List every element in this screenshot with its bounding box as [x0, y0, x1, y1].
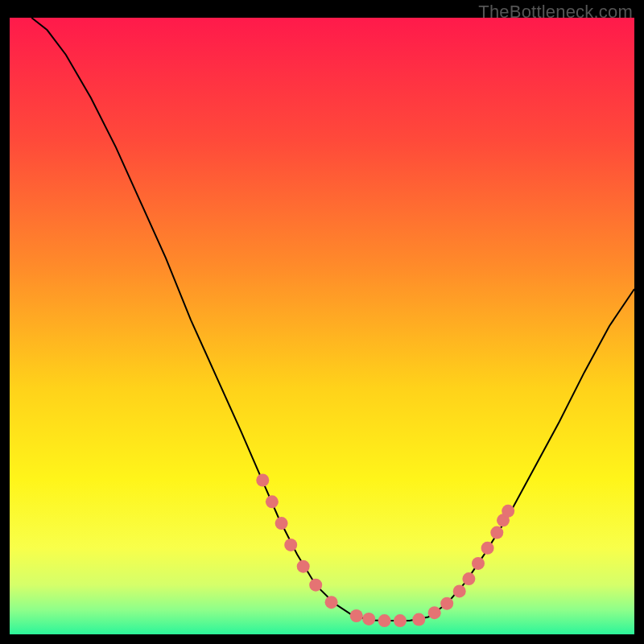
marker-dot [440, 597, 453, 610]
marker-dot [362, 613, 375, 625]
marker-dot [453, 584, 466, 597]
marker-dot [428, 606, 441, 619]
marker-dot [325, 596, 338, 609]
marker-dot [309, 579, 322, 592]
marker-dot [462, 572, 475, 585]
marker-dot [472, 557, 485, 570]
marker-dot [481, 542, 494, 555]
marker-dot [412, 613, 425, 626]
marker-dot [256, 474, 269, 487]
marker-dot [350, 609, 363, 622]
chart-frame [10, 18, 634, 634]
marker-dot [394, 614, 407, 627]
marker-dot [378, 614, 391, 627]
marker-dot [266, 495, 279, 508]
marker-dot [490, 526, 503, 539]
chart-background [10, 18, 634, 634]
chart-svg [10, 18, 634, 634]
marker-dot [284, 539, 297, 551]
marker-dot [297, 560, 310, 573]
marker-dot [502, 505, 514, 518]
marker-dot [275, 517, 288, 530]
